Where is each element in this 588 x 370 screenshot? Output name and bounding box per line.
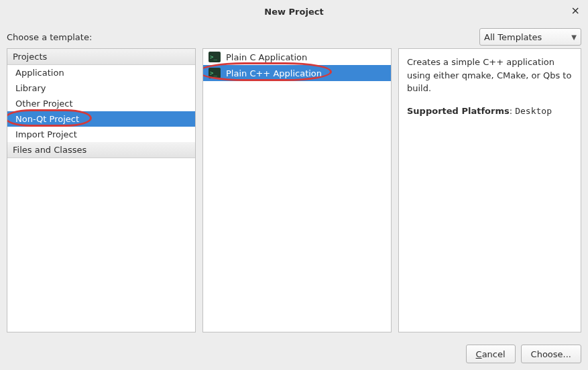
category-library[interactable]: Library <box>7 80 195 96</box>
supported-platforms: Supported Platforms: Desktop <box>407 105 573 118</box>
category-application[interactable]: Application <box>7 65 195 80</box>
close-icon[interactable]: × <box>571 4 580 17</box>
choose-button[interactable]: Choose... <box>521 345 581 363</box>
terminal-icon <box>209 68 221 78</box>
category-import-project[interactable]: Import Project <box>7 127 195 142</box>
titlebar: New Project × <box>0 0 588 23</box>
choose-template-label: Choose a template: <box>7 32 92 42</box>
panes: Projects Application Library Other Proje… <box>0 48 588 339</box>
section-header-projects: Projects <box>7 49 195 65</box>
template-plain-cpp[interactable]: Plain C++ Application <box>203 65 391 81</box>
window-title: New Project <box>264 7 323 17</box>
top-row: Choose a template: All Templates ▼ <box>0 23 588 48</box>
template-plain-c[interactable]: Plain C Application <box>203 49 391 65</box>
dialog-buttons: Cancel Choose... <box>0 339 588 370</box>
new-project-dialog: New Project × Choose a template: All Tem… <box>0 0 588 370</box>
category-list: Projects Application Library Other Proje… <box>7 48 196 332</box>
template-description: Creates a simple C++ application using e… <box>398 48 581 332</box>
template-filter-value: All Templates <box>484 32 542 42</box>
cancel-button[interactable]: Cancel <box>466 345 516 363</box>
template-filter-combo[interactable]: All Templates ▼ <box>479 28 581 46</box>
template-list: Plain C Application Plain C++ Applicatio… <box>202 48 392 332</box>
description-text: Creates a simple C++ application using e… <box>407 56 573 95</box>
chevron-down-icon: ▼ <box>571 34 577 41</box>
category-non-qt-project[interactable]: Non-Qt Project <box>7 111 195 127</box>
category-other-project[interactable]: Other Project <box>7 96 195 111</box>
section-header-files-classes: Files and Classes <box>7 142 195 158</box>
terminal-icon <box>209 52 221 62</box>
